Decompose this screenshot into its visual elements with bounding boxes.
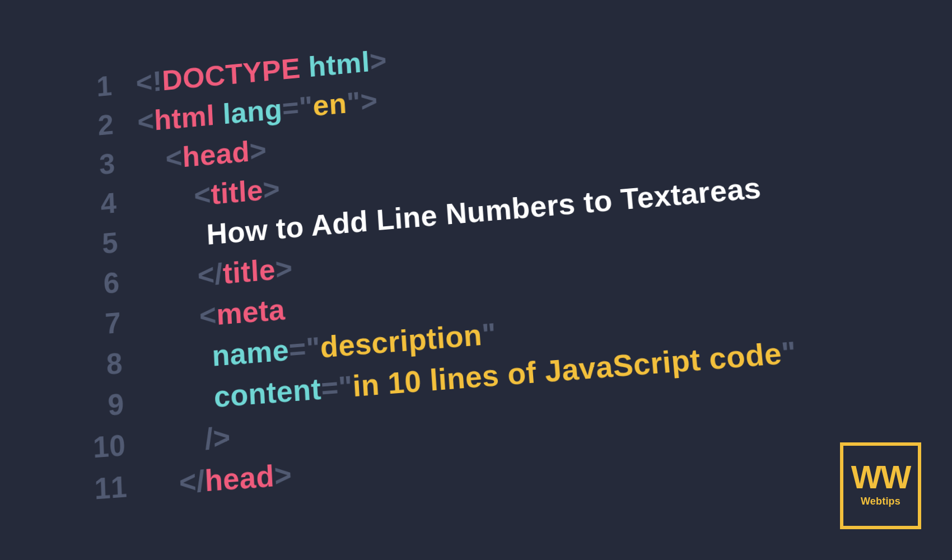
line-number: 2 [66,108,115,144]
token-punct: < [137,105,155,137]
token-attr: lang [222,93,283,129]
token-punct: "> [346,85,379,119]
token-tag: html [153,99,216,136]
token-val: description [319,318,483,363]
token-punct: > [273,458,292,492]
line-content: <head> [138,133,267,177]
token-tag: DOCTYPE [161,53,301,96]
token-tag: title [222,253,277,290]
token-attr: content [213,372,322,413]
line-number: 1 [64,69,113,106]
line-number: 5 [69,226,119,263]
token-punct: < [193,179,212,212]
webtips-logo: WW Webtips [840,442,921,529]
token-tag: head [204,459,276,498]
token-punct: < [165,142,183,175]
line-content: /> [150,420,231,460]
line-number: 6 [71,265,120,302]
token-punct: > [369,44,388,77]
line-number: 8 [73,346,123,384]
token-punct: > [262,172,281,206]
token-attr: html [307,46,371,83]
token-punct: > [249,134,267,167]
code-block: 1<!DOCTYPE html>2<html lang="en">3<head>… [22,0,952,552]
token-punct: < [199,298,217,332]
line-number: 10 [76,428,126,465]
logo-mark: WW [851,461,911,493]
token-tag: head [181,136,250,173]
logo-label: Webtips [861,496,900,507]
token-punct: =" [320,370,354,405]
code-editor-view: 1<!DOCTYPE html>2<html lang="en">3<head>… [22,0,952,560]
token-attr: name [211,334,290,372]
line-number: 11 [77,469,128,507]
token-val: en [312,87,348,122]
line-content: <meta [144,292,286,337]
token-punct: =" [288,331,321,366]
token-tag: meta [216,293,286,331]
token-punct: </ [179,464,206,500]
token-punct: " [780,335,798,370]
line-content: <title> [140,172,281,217]
token-punct: =" [281,90,314,124]
token-punct: /> [204,421,231,456]
token-punct: </ [197,258,224,292]
line-number: 4 [68,186,117,223]
token-tag: title [210,174,264,211]
line-content: </title> [143,251,293,297]
token-punct: " [481,317,498,351]
line-number: 9 [75,387,125,424]
line-number: 3 [67,147,116,184]
token-punct: <! [136,66,163,99]
token-punct: > [274,251,293,285]
line-number: 7 [72,306,122,343]
line-content: </head> [151,457,293,502]
